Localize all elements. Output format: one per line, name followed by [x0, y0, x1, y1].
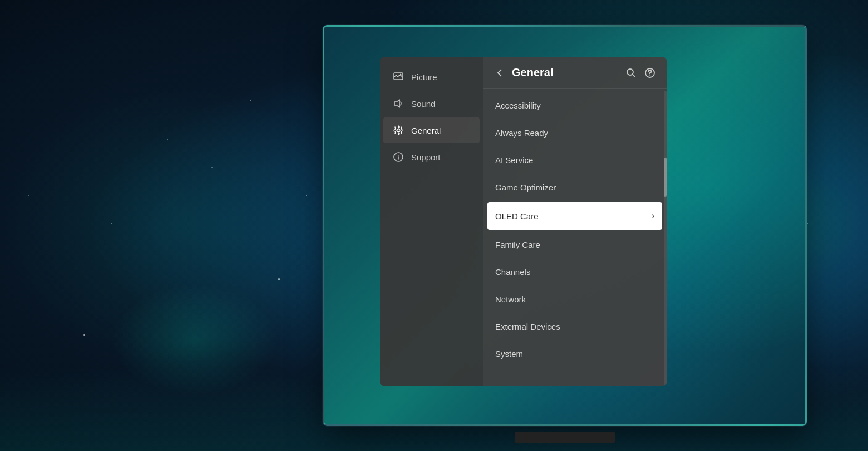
submenu-list: Accessibility Always Ready AI Service Ga… — [483, 89, 667, 386]
help-button[interactable] — [644, 67, 655, 79]
submenu-item-accessibility-label: Accessibility — [495, 101, 541, 110]
submenu-item-family-care[interactable]: Family Care — [483, 231, 667, 258]
svg-marker-2 — [394, 100, 400, 107]
svg-point-6 — [627, 69, 633, 75]
submenu-header: General — [483, 57, 667, 89]
chevron-right-icon: › — [652, 211, 654, 221]
general-icon — [392, 124, 405, 136]
tv-screen-background: Picture Sound — [324, 27, 805, 424]
search-button[interactable] — [625, 67, 637, 79]
svg-point-3 — [397, 129, 400, 132]
submenu-item-system-label: System — [495, 349, 523, 359]
submenu-item-network[interactable]: Network — [483, 286, 667, 313]
svg-line-7 — [633, 74, 635, 77]
svg-point-5 — [398, 155, 399, 156]
menu-container: Picture Sound — [380, 57, 667, 386]
svg-point-1 — [400, 74, 402, 76]
submenu-item-game-optimizer[interactable]: Game Optimizer — [483, 174, 667, 201]
submenu-item-oled-care[interactable]: OLED Care › — [487, 202, 662, 230]
sidebar-item-support-label: Support — [411, 153, 441, 162]
submenu-item-always-ready-label: Always Ready — [495, 128, 548, 138]
scrollbar-thumb — [664, 158, 667, 197]
sidebar-item-support[interactable]: Support — [383, 144, 480, 170]
sound-icon — [392, 97, 405, 110]
submenu-item-ai-service-label: AI Service — [495, 155, 533, 165]
back-button[interactable] — [494, 67, 505, 79]
submenu-header-icons — [625, 67, 655, 79]
sidebar-item-general-label: General — [411, 126, 441, 135]
tv-screen: Picture Sound — [323, 25, 807, 426]
sidebar-item-picture[interactable]: Picture — [383, 64, 480, 90]
tv-stand — [515, 432, 615, 443]
submenu-item-oled-care-label: OLED Care — [495, 212, 539, 221]
submenu-panel: General — [483, 57, 667, 386]
picture-icon — [392, 71, 405, 83]
submenu-item-network-label: Network — [495, 295, 526, 304]
submenu-item-external-devices-label: Extermal Devices — [495, 322, 560, 331]
submenu-item-channels-label: Channels — [495, 267, 530, 277]
support-icon — [392, 151, 405, 163]
sidebar-item-general[interactable]: General — [383, 117, 480, 143]
submenu-item-game-optimizer-label: Game Optimizer — [495, 183, 556, 192]
submenu-item-external-devices[interactable]: Extermal Devices — [483, 313, 667, 340]
tv-frame: Picture Sound — [323, 25, 807, 426]
sidebar-item-picture-label: Picture — [411, 72, 437, 82]
submenu-header-left: General — [494, 66, 553, 79]
submenu-item-system[interactable]: System — [483, 340, 667, 367]
scrollbar-track — [664, 91, 667, 386]
orb-decoration — [111, 284, 278, 395]
sidebar-item-sound-label: Sound — [411, 99, 435, 109]
svg-point-9 — [649, 75, 650, 76]
sidebar-item-sound[interactable]: Sound — [383, 91, 480, 116]
submenu-item-accessibility[interactable]: Accessibility — [483, 92, 667, 119]
submenu-item-ai-service[interactable]: AI Service — [483, 146, 667, 174]
submenu-title: General — [512, 66, 553, 79]
submenu-item-always-ready[interactable]: Always Ready — [483, 119, 667, 146]
category-panel: Picture Sound — [380, 57, 483, 386]
submenu-item-channels[interactable]: Channels — [483, 258, 667, 286]
submenu-item-family-care-label: Family Care — [495, 240, 540, 249]
